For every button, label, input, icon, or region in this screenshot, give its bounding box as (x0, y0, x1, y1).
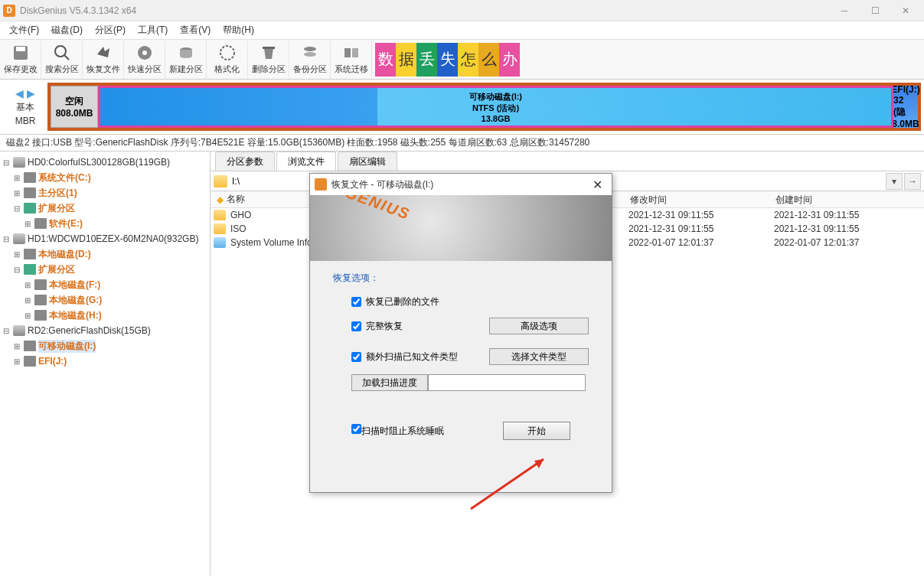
expand-icon[interactable]: ⊟ (2, 158, 11, 167)
path-dropdown[interactable]: ▾ (886, 173, 903, 190)
expand-icon[interactable]: ⊟ (2, 235, 11, 243)
tab-params[interactable]: 分区参数 (215, 152, 275, 171)
opt-full-checkbox[interactable] (351, 321, 361, 331)
tree-partition[interactable]: 系统文件(C:) (38, 171, 91, 184)
expand-icon[interactable]: ⊞ (23, 311, 32, 320)
partition-icon (34, 295, 47, 305)
filetypes-button[interactable]: 选择文件类型 (489, 348, 589, 365)
expand-icon[interactable]: ⊞ (23, 296, 32, 305)
options-label: 恢复选项： (333, 272, 589, 285)
tb-save[interactable]: 保存更改 (0, 41, 41, 79)
disk-tree[interactable]: ⊟HD0:ColorfulSL300128GB(119GB) ⊞系统文件(C:)… (0, 152, 211, 575)
expand-icon[interactable]: ⊞ (12, 357, 21, 366)
quick-icon (135, 44, 154, 62)
ext-icon (24, 203, 36, 214)
disk-info-bar: 磁盘2 接口:USB 型号:GenericFlashDisk 序列号:7B4E5… (0, 135, 924, 152)
file-ctime: 2021-12-31 09:11:55 (774, 210, 919, 220)
file-mtime: 2022-01-07 12:01:37 (629, 237, 774, 248)
recover-icon (94, 44, 113, 62)
tb-backup[interactable]: 备份分区 (289, 41, 331, 79)
tb-quick[interactable]: 快速分区 (124, 41, 165, 79)
menu-disk[interactable]: 磁盘(D) (45, 22, 89, 38)
partition-icon (34, 310, 47, 321)
tree-partition-selected[interactable]: 可移动磁盘(I:) (38, 340, 96, 353)
opt-deleted[interactable]: 恢复已删除的文件 (351, 295, 489, 308)
expand-icon[interactable]: ⊟ (2, 327, 11, 335)
menu-file[interactable]: 文件(F) (3, 22, 45, 38)
tb-delete[interactable]: 删除分区 (248, 41, 289, 79)
tab-browse[interactable]: 浏览文件 (276, 152, 336, 171)
expand-icon[interactable]: ⊞ (23, 220, 32, 228)
advanced-button[interactable]: 高级选项 (489, 318, 589, 334)
maximize-button[interactable]: ☐ (860, 1, 890, 21)
opt-full[interactable]: 完整恢复 (351, 320, 489, 333)
tb-search[interactable]: 搜索分区 (41, 41, 83, 79)
tree-disk[interactable]: HD0:ColorfulSL300128GB(119GB) (28, 157, 170, 168)
col-mtime[interactable]: 修改时间 (624, 191, 769, 207)
dialog-titlebar: 恢复文件 - 可移动磁盘(I:) ✕ (310, 174, 612, 195)
expand-icon[interactable]: ⊟ (12, 204, 21, 213)
path-forward[interactable]: → (904, 173, 921, 190)
expand-icon[interactable]: ⊞ (12, 174, 21, 182)
opt-sleep[interactable]: 扫描时阻止系统睡眠 (351, 424, 444, 438)
menu-help[interactable]: 帮助(H) (217, 22, 260, 38)
menu-view[interactable]: 查看(V) (174, 22, 217, 38)
format-icon (218, 44, 237, 62)
svg-rect-8 (263, 47, 275, 49)
opt-extra-checkbox[interactable] (351, 352, 361, 362)
tb-recover[interactable]: 恢复文件 (83, 41, 124, 79)
tree-ext[interactable]: 扩展分区 (38, 202, 75, 215)
save-icon (11, 44, 30, 62)
tree-partition[interactable]: 本地磁盘(G:) (49, 294, 102, 307)
tree-partition[interactable]: 本地磁盘(D:) (38, 248, 91, 261)
close-button[interactable]: ✕ (890, 1, 921, 21)
tree-ext[interactable]: 扩展分区 (38, 263, 75, 276)
tree-partition[interactable]: 本地磁盘(H:) (49, 309, 102, 322)
search-icon (53, 44, 71, 62)
file-ctime: 2021-12-31 09:11:55 (774, 223, 919, 234)
expand-icon[interactable]: ⊞ (12, 250, 21, 259)
expand-icon[interactable]: ⊞ (12, 189, 21, 197)
file-mtime: 2021-12-31 09:11:55 (629, 223, 774, 234)
opt-sleep-checkbox[interactable] (351, 424, 361, 434)
tab-sector[interactable]: 扇区编辑 (338, 152, 397, 171)
tree-disk[interactable]: RD2:GenericFlashDisk(15GB) (28, 325, 151, 336)
star-icon: ◆ (217, 194, 224, 205)
tb-migrate[interactable]: 系统迁移 (331, 41, 372, 79)
partition-icon (34, 279, 47, 290)
svg-point-10 (304, 52, 316, 57)
minimize-button[interactable]: ─ (829, 1, 860, 21)
tree-partition[interactable]: EFI(J:) (38, 356, 67, 367)
annotation-arrow (467, 451, 559, 515)
menubar: 文件(F) 磁盘(D) 分区(P) 工具(T) 查看(V) 帮助(H) (0, 21, 924, 40)
tb-new[interactable]: 新建分区 (165, 41, 207, 79)
expand-icon[interactable]: ⊞ (23, 281, 32, 289)
tree-partition[interactable]: 软件(E:) (49, 217, 83, 230)
partition-icon (24, 341, 36, 351)
partition-efi[interactable]: EFI(J:) 32 (隐 8.0MB (893, 86, 918, 128)
tree-partition[interactable]: 本地磁盘(F:) (49, 279, 100, 292)
file-ctime: 2022-01-07 12:01:37 (774, 237, 919, 248)
diskmap-nav[interactable]: ◀ ▶ 基本 MBR (3, 83, 47, 131)
tree-disk[interactable]: HD1:WDCWD10EZEX-60M2NA0(932GB) (28, 233, 198, 244)
opt-deleted-checkbox[interactable] (351, 297, 361, 307)
menu-tools[interactable]: 工具(T) (132, 22, 174, 38)
expand-icon[interactable]: ⊟ (12, 266, 21, 274)
col-ctime[interactable]: 创建时间 (769, 191, 915, 207)
menu-partition[interactable]: 分区(P) (89, 22, 132, 38)
tb-format[interactable]: 格式化 (207, 41, 248, 79)
partition-free[interactable]: 空闲 808.0MB (51, 86, 98, 128)
start-button[interactable]: 开始 (503, 422, 570, 440)
hdd-icon (13, 233, 25, 244)
tree-partition[interactable]: 主分区(1) (38, 187, 77, 200)
titlebar: D DiskGenius V5.4.3.1342 x64 ─ ☐ ✕ (0, 0, 924, 21)
backup-icon (301, 44, 319, 62)
folder-icon (214, 223, 226, 234)
progress-path-input[interactable] (428, 374, 586, 391)
partition-main[interactable]: 可移动磁盘(I:) NTFS (活动) 13.8GB (98, 86, 893, 128)
expand-icon[interactable]: ⊞ (12, 342, 21, 350)
load-progress-button[interactable]: 加载扫描进度 (351, 374, 428, 391)
opt-extra[interactable]: 额外扫描已知文件类型 (351, 350, 489, 363)
dialog-close-button[interactable]: ✕ (588, 178, 607, 192)
svg-rect-12 (352, 48, 358, 57)
